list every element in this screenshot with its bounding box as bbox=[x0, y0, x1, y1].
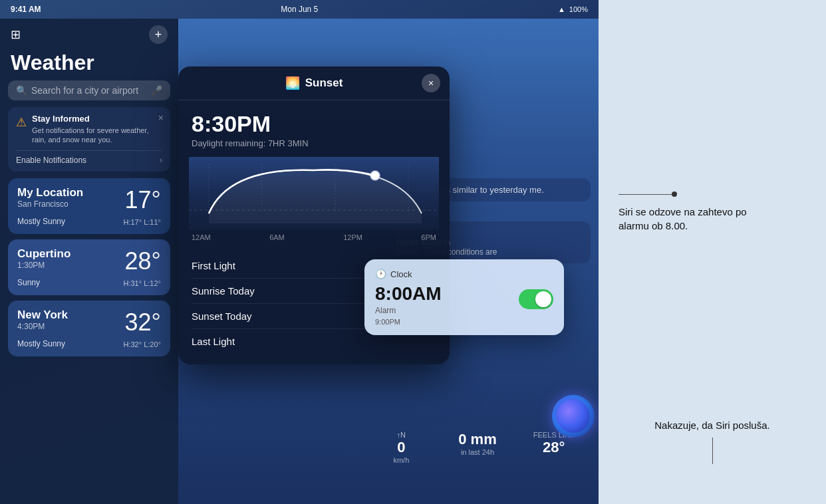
sunset-label: Sunset Today bbox=[192, 311, 252, 322]
chart-label-6am: 6AM bbox=[269, 233, 285, 241]
city-card-mylocation[interactable]: My Location San Francisco 17° Mostly Sun… bbox=[8, 178, 170, 234]
clock-icon: 🕐 bbox=[375, 269, 386, 279]
first-light-label: First Light bbox=[192, 260, 235, 271]
city-hl: H:17° L:11° bbox=[124, 218, 162, 226]
clock-label: Alarm bbox=[375, 306, 442, 315]
city-hl: H:32° L:20° bbox=[124, 340, 162, 348]
chevron-right-icon: › bbox=[160, 156, 162, 165]
notification-enable-row[interactable]: Enable Notifications › bbox=[16, 150, 162, 165]
precip-stat: 0 mm in last 24h bbox=[440, 431, 516, 464]
status-right: ▲ 100% bbox=[558, 5, 588, 13]
modal-time-section: 8:30PM Daylight remaining: 7HR 3MIN bbox=[178, 100, 450, 154]
sidebar-icons: ⊞ bbox=[11, 27, 21, 42]
city-temp: 32° bbox=[125, 309, 161, 336]
siri-inner bbox=[557, 400, 590, 433]
callout-alarm-text: Siri se odzove na zahtevo po alarmu ob 8… bbox=[619, 205, 752, 233]
clock-alarm-card: 🕐 Clock 8:00AM Alarm 9:00PM bbox=[364, 259, 564, 335]
sidebar: ⊞ + Weather 🔍 Search for a city or airpo… bbox=[0, 19, 178, 504]
city-card-top: New York 4:30PM 32° bbox=[17, 309, 161, 336]
annotation-bottom-text: Nakazuje, da Siri posluša. bbox=[654, 420, 769, 431]
search-placeholder: Search for a city or airport bbox=[31, 85, 138, 96]
status-bar: 9:41 AM Mon Jun 5 ▲ 100% bbox=[0, 0, 599, 19]
city-name: My Location bbox=[17, 186, 83, 199]
city-card-newyork[interactable]: New York 4:30PM 32° Mostly Sunny H:32° L… bbox=[8, 301, 170, 356]
modal-title: Sunset bbox=[305, 76, 343, 90]
city-condition: Sunny bbox=[17, 278, 40, 287]
city-card-top: Cupertino 1:30PM 28° bbox=[17, 247, 161, 275]
clock-time: 8:00AM bbox=[375, 283, 442, 305]
siri-button[interactable] bbox=[552, 395, 595, 438]
notification-title: Stay Informed bbox=[32, 114, 162, 124]
city-condition: Mostly Sunny bbox=[17, 339, 65, 348]
sidebar-title: Weather bbox=[0, 48, 178, 80]
city-time: 1:30PM bbox=[17, 261, 70, 270]
sidebar-header: ⊞ + bbox=[0, 19, 178, 48]
modal-subtitle: Daylight remaining: 7HR 3MIN bbox=[192, 138, 436, 148]
sun-arc-svg bbox=[189, 154, 439, 233]
sidebar-toggle-icon[interactable]: ⊞ bbox=[11, 27, 21, 42]
city-card-top: My Location San Francisco 17° bbox=[17, 186, 161, 214]
clock-card-header: 🕐 Clock bbox=[375, 269, 553, 279]
search-bar[interactable]: 🔍 Search for a city or airport 🎤 bbox=[8, 80, 170, 100]
city-temp: 17° bbox=[125, 186, 161, 214]
chart-label-12pm: 12PM bbox=[343, 233, 362, 241]
notification-enable-label: Enable Notifications bbox=[16, 156, 86, 165]
modal-header: 🌅 Sunset × bbox=[178, 66, 450, 100]
status-time: 9:41 AM bbox=[11, 5, 41, 14]
sunrise-label: Sunrise Today bbox=[192, 285, 255, 297]
city-card-cupertino[interactable]: Cupertino 1:30PM 28° Sunny H:31° L:12° bbox=[8, 239, 170, 295]
search-icon: 🔍 bbox=[16, 85, 27, 96]
wind-stat: ↑N 0 km/h bbox=[363, 431, 440, 464]
weather-stats-row: ↑N 0 km/h 0 mm in last 24h FEELS LIKE 28… bbox=[356, 431, 599, 464]
warning-icon: ⚠ bbox=[16, 115, 27, 130]
clock-time-block: 8:00AM Alarm bbox=[375, 283, 442, 315]
alarm-toggle[interactable] bbox=[519, 289, 553, 309]
city-bottom: Sunny H:31° L:12° bbox=[17, 278, 161, 287]
city-bottom: Mostly Sunny H:32° L:20° bbox=[17, 339, 161, 348]
callout-alarm: Siri se odzove na zahtevo po alarmu ob 8… bbox=[619, 191, 752, 233]
city-subname: San Francisco bbox=[17, 199, 83, 209]
notification-icon-row: ⚠ Stay Informed Get notifications for se… bbox=[16, 114, 162, 145]
wifi-icon: ▲ bbox=[558, 5, 565, 13]
city-info: My Location San Francisco bbox=[17, 186, 83, 209]
notification-card: ⚠ Stay Informed Get notifications for se… bbox=[8, 107, 170, 172]
city-condition: Mostly Sunny bbox=[17, 217, 65, 226]
annotation-line bbox=[712, 438, 713, 464]
last-light-label: Last Light bbox=[192, 336, 235, 347]
annotation-bottom: Nakazuje, da Siri posluša. bbox=[599, 418, 826, 464]
add-city-icon[interactable]: + bbox=[149, 25, 168, 44]
notification-close[interactable]: × bbox=[158, 112, 164, 123]
sunset-icon: 🌅 bbox=[285, 76, 300, 90]
city-hl: H:31° L:12° bbox=[124, 279, 162, 287]
city-temp: 28° bbox=[125, 247, 161, 275]
notification-description: Get notifications for severe weather, ra… bbox=[32, 126, 162, 145]
modal-title-group: 🌅 Sunset bbox=[285, 76, 343, 90]
battery-icon: 100% bbox=[569, 5, 588, 13]
microphone-icon[interactable]: 🎤 bbox=[151, 85, 162, 96]
city-info: New York 4:30PM bbox=[17, 309, 68, 331]
chart-label-12am: 12AM bbox=[192, 233, 211, 241]
modal-close-button[interactable]: × bbox=[422, 74, 440, 92]
city-time: 4:30PM bbox=[17, 322, 68, 331]
city-name: New York bbox=[17, 309, 68, 322]
clock-app-name: Clock bbox=[390, 269, 412, 279]
toggle-knob bbox=[535, 291, 551, 307]
city-bottom: Mostly Sunny H:17° L:11° bbox=[17, 217, 161, 226]
ipad-screen: 9:41 AM Mon Jun 5 ▲ 100% is 47, which is… bbox=[0, 0, 599, 504]
status-date: Mon Jun 5 bbox=[281, 5, 318, 14]
modal-main-time: 8:30PM bbox=[192, 111, 436, 137]
city-info: Cupertino 1:30PM bbox=[17, 247, 70, 270]
chart-label-6pm: 6PM bbox=[421, 233, 436, 241]
sun-chart: 12AM 6AM 12PM 6PM bbox=[178, 154, 450, 247]
clock-next-time: 9:00PM bbox=[375, 318, 553, 326]
chart-labels: 12AM 6AM 12PM 6PM bbox=[189, 233, 439, 241]
city-name: Cupertino bbox=[17, 247, 70, 261]
clock-card-main: 8:00AM Alarm bbox=[375, 283, 553, 315]
notification-text-block: Stay Informed Get notifications for seve… bbox=[32, 114, 162, 145]
